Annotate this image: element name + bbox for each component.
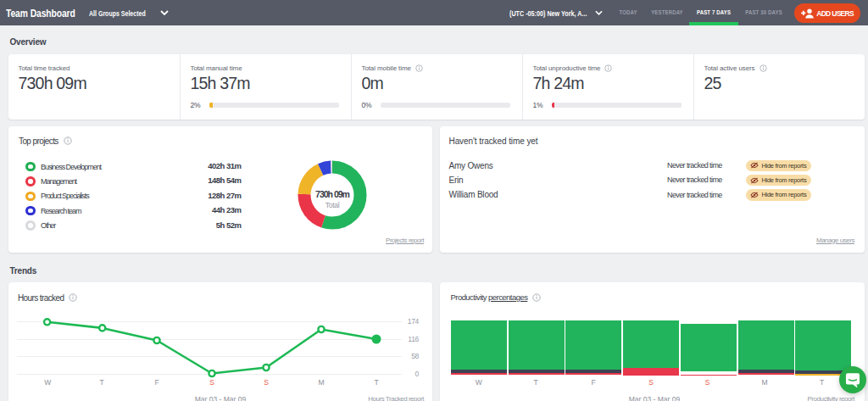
svg-text:730h 09m: 730h 09m xyxy=(315,189,350,199)
svg-text:Total: Total xyxy=(325,201,339,209)
